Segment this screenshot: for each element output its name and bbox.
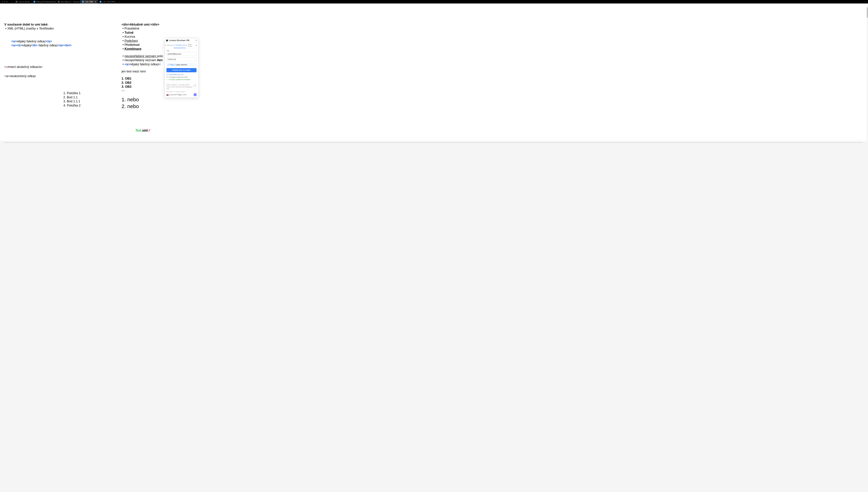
document-tab[interactable]: LOC-7048 ORIG	[98, 0, 117, 3]
recent-label: RECENTLY DOWNLOADED	[166, 91, 196, 93]
plugin-footer: ⟳ Made changes in Localazy lately?Click …	[165, 82, 198, 97]
canvas-viewport[interactable]: V současné době to umí také: XML (HTML) …	[0, 3, 868, 492]
plugin-title: Localazy (Developer VM)	[169, 40, 189, 41]
text-node-sample[interactable]: Text uzel 2	[135, 128, 150, 132]
divider	[3, 143, 863, 143]
plugin-header[interactable]: Localazy (Developer VM) ✕	[165, 39, 198, 43]
clock-icon: ◷	[166, 74, 168, 75]
add-tab-button[interactable]: +	[117, 1, 122, 3]
upload-icon: ⬆	[165, 45, 166, 46]
document-tab[interactable]: LOC-7048✕	[80, 0, 98, 3]
list-item: <a>nějaký falešný odkaz<	[122, 63, 163, 66]
plugin-body: File project/figma.json⌄ Czech (cs)⌄ ▢ P…	[165, 48, 198, 82]
info-icon: ⓘ	[166, 76, 168, 78]
list-item: neuspořádaný seznam polo	[122, 54, 163, 58]
hint-text: Made changes in Localazy lately?Click to…	[166, 84, 196, 90]
list-item: Přeškrtnutí	[122, 43, 163, 47]
download-button[interactable]: DOWNLOAD TO FIGMA	[166, 68, 196, 72]
page-selection-info: ▢ Page 1 page selected	[166, 63, 196, 67]
list-item: Kurzíva	[122, 35, 163, 39]
scrollbar-thumb[interactable]	[867, 7, 868, 18]
list-item: Pravidelné	[122, 27, 163, 30]
document-tab[interactable]: Icons & Emojis	[14, 0, 32, 3]
text-line: <a>není skutečný odkaz/a>	[4, 65, 81, 69]
close-icon[interactable]: ✕	[195, 40, 197, 41]
list-item: 1. Položka 1	[63, 91, 81, 95]
check-icon: ✓	[166, 79, 168, 80]
document-tabs: Icons & EmojisBilling (FKA Marketplace)N…	[14, 0, 117, 3]
canvas[interactable]: V současné době to umí také: XML (HTML) …	[0, 3, 868, 141]
tab-label: LOC-7048 ORIG	[102, 1, 115, 3]
refresh-icon: ⟳	[194, 84, 196, 87]
page-icon: ▢	[167, 64, 169, 66]
plugin-panel[interactable]: Localazy (Developer VM) ✕ ⬆UPLOAD ⬇DOWNL…	[164, 38, 199, 98]
download-icon: ⬇	[174, 44, 176, 46]
close-tab-icon[interactable]: ✕	[95, 1, 96, 3]
tab-label: Billing (FKA Marketplace)	[36, 1, 56, 3]
list-item: 2. OB2	[122, 81, 163, 85]
plugin-tabs: ⬆UPLOAD ⬇DOWNLOAD ⊕FIND NODE ⚙	[165, 43, 198, 48]
scrollbar-vertical[interactable]	[867, 3, 868, 492]
ordered-list: 1. Položka 12. Bod 1.13. Bod 1.1.14. Pol…	[4, 91, 81, 107]
language-select[interactable]: Czech (cs)⌄	[166, 57, 196, 61]
list-item: 4. Položka 2	[63, 103, 81, 107]
menu-icon[interactable]: ⋯	[862, 1, 868, 3]
text-line: <a>neukončený odkaz	[4, 74, 81, 78]
code-line: <a><b>nějaký</b> falešný odkaz</a><br/>	[4, 44, 81, 47]
list-item: 1. nebo	[122, 96, 163, 103]
list-item: 3. Bod 1.1.1	[63, 99, 81, 103]
list-item: 2. nebo	[122, 103, 163, 109]
text-frame-left[interactable]: V současné době to umí také: XML (HTML) …	[4, 23, 81, 107]
gear-icon: ⚙	[195, 45, 197, 46]
status-analyzed: ⓘ8 string(s) analyzed in total	[166, 76, 196, 78]
list-item: Tučně	[122, 31, 163, 35]
text-line: ---	[122, 89, 163, 93]
tab-icon	[58, 1, 59, 3]
target-icon: ⊕	[186, 45, 187, 46]
ordered-list: 1. OB12. OB23. OB3	[122, 77, 163, 89]
tab-download[interactable]: ⬇DOWNLOAD	[174, 43, 186, 48]
recent-item[interactable]: project/figma.json	[166, 93, 196, 96]
tab-label: New billing v3 – New pricing plans d…	[60, 1, 80, 3]
avatar	[194, 93, 196, 96]
list-item: 1. OB1	[122, 77, 163, 81]
tab-icon	[33, 1, 35, 3]
list-item: XML (HTML) značky v TextNodes	[4, 27, 81, 30]
tab-upload[interactable]: ⬆UPLOAD	[165, 43, 174, 48]
plugin-logo-icon	[166, 40, 168, 41]
tab-icon	[16, 1, 17, 3]
tab-find-node[interactable]: ⊕FIND NODE	[186, 43, 194, 48]
document-tab[interactable]: New billing v3 – New pricing plans d…	[56, 0, 80, 3]
document-tab[interactable]: Billing (FKA Marketplace)	[32, 0, 56, 3]
list-item: 2. Bod 1.1	[63, 95, 81, 99]
file-select[interactable]: project/figma.json⌄	[166, 52, 196, 56]
text-line: jen text mezi nimi	[122, 70, 163, 73]
list-item: Podtržení	[122, 39, 163, 43]
window-controls[interactable]	[0, 1, 9, 2]
list-item: neuspořádaný seznam iten	[122, 58, 163, 62]
chevron-down-icon: ⌄	[194, 58, 195, 60]
list-item: 3. OB3	[122, 85, 163, 89]
status-updated: ✓8 node(s) updated successfully	[166, 79, 196, 80]
ordered-list: 1. nebo2. nebo	[122, 96, 163, 109]
heading: V současné době to umí také:	[4, 23, 81, 27]
sync-button[interactable]: ⟳	[193, 84, 196, 87]
tab-label: Icons & Emojis	[19, 1, 30, 3]
tab-label: LOC-7048	[85, 1, 93, 3]
list-item: Kombinace	[122, 47, 163, 51]
file-label: File	[166, 50, 196, 52]
text-frame-right[interactable]: <div>Aktuálně umí:</div> Pravidelné Tučn…	[122, 23, 163, 109]
tab-icon	[100, 1, 101, 3]
heading: <div>Aktuálně umí:</div>	[122, 23, 163, 27]
home-icon[interactable]: ⌂	[9, 1, 14, 3]
title-bar: ⌂ Icons & EmojisBilling (FKA Marketplace…	[0, 0, 868, 3]
settings-button[interactable]: ⚙	[194, 43, 198, 48]
chevron-down-icon: ⌄	[194, 53, 195, 55]
status-downloaded: ◷Downloaded just now	[166, 74, 196, 75]
tab-icon	[82, 1, 84, 3]
code-line: <a>nějaký falešný odkaz</a>	[4, 40, 81, 44]
flag-icon	[166, 94, 168, 96]
